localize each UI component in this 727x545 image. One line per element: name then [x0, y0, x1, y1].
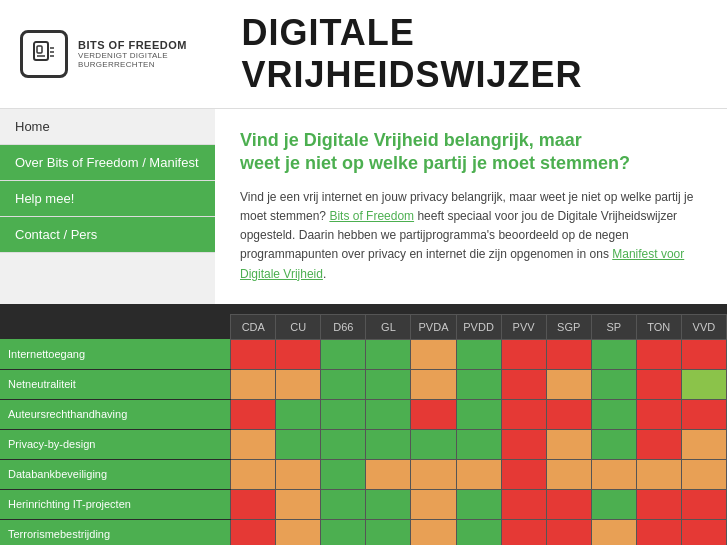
main-layout: Home Over Bits of Freedom / Manifest Hel…: [0, 109, 727, 304]
score-cell: [411, 519, 456, 545]
score-cell: [456, 339, 501, 369]
sidebar-item-helpmee[interactable]: Help mee!: [0, 181, 215, 217]
score-cell: [636, 519, 681, 545]
col-header-sp: SP: [591, 314, 636, 339]
score-cell: [321, 369, 366, 399]
score-cell: [681, 339, 726, 369]
sidebar: Home Over Bits of Freedom / Manifest Hel…: [0, 109, 215, 304]
score-cell: [411, 489, 456, 519]
score-cell: [501, 339, 546, 369]
col-header-cda: CDA: [231, 314, 276, 339]
logo-subtitle: VERDENIGT DIGITALE BURGERRECHTEN: [78, 51, 221, 69]
score-cell: [681, 519, 726, 545]
score-cell: [231, 399, 276, 429]
score-cell: [321, 399, 366, 429]
score-cell: [546, 339, 591, 369]
score-cell: [591, 399, 636, 429]
content-body: Vind je een vrij internet en jouw privac…: [240, 188, 702, 284]
score-cell: [321, 519, 366, 545]
score-cell: [681, 429, 726, 459]
score-cell: [321, 489, 366, 519]
table-row: Herinrichting IT-projecten: [0, 489, 727, 519]
score-cell: [411, 399, 456, 429]
score-cell: [501, 429, 546, 459]
score-cell: [276, 399, 321, 429]
score-cell: [231, 489, 276, 519]
row-label: Databankbeveiliging: [0, 459, 231, 489]
page-title: DIGITALE VRIJHEIDSWIJZER: [241, 12, 707, 96]
score-cell: [501, 489, 546, 519]
score-cell: [681, 489, 726, 519]
table-row: Internettoegang: [0, 339, 727, 369]
score-cell: [231, 459, 276, 489]
score-cell: [276, 519, 321, 545]
score-cell: [456, 429, 501, 459]
score-cell: [366, 399, 411, 429]
col-header-d66: D66: [321, 314, 366, 339]
score-cell: [276, 339, 321, 369]
score-cell: [411, 339, 456, 369]
sidebar-item-over[interactable]: Over Bits of Freedom / Manifest: [0, 145, 215, 181]
table-row: Auteursrechthandhaving: [0, 399, 727, 429]
score-cell: [546, 519, 591, 545]
score-cell: [456, 519, 501, 545]
score-cell: [276, 429, 321, 459]
col-header-pvv: PVV: [501, 314, 546, 339]
score-cell: [636, 399, 681, 429]
row-label: Netneutraliteit: [0, 369, 231, 399]
score-cell: [636, 339, 681, 369]
svg-rect-1: [37, 46, 42, 53]
table-row: Terrorismebestrijding: [0, 519, 727, 545]
score-cell: [411, 369, 456, 399]
table-section: CDA CU D66 GL PVDA PVDD PVV SGP SP TON V…: [0, 304, 727, 545]
logo-icon: [20, 30, 68, 78]
col-header-gl: GL: [366, 314, 411, 339]
content-headline: Vind je Digitale Vrijheid belangrijk, ma…: [240, 129, 702, 176]
col-header-pvda: PVDA: [411, 314, 456, 339]
score-cell: [501, 519, 546, 545]
table-header-empty: [0, 314, 231, 339]
score-cell: [366, 429, 411, 459]
header: BITS OF FREEDOM VERDENIGT DIGITALE BURGE…: [0, 0, 727, 109]
score-cell: [231, 369, 276, 399]
sidebar-item-home[interactable]: Home: [0, 109, 215, 145]
score-cell: [366, 339, 411, 369]
score-cell: [591, 519, 636, 545]
col-header-cu: CU: [276, 314, 321, 339]
content-area: Vind je Digitale Vrijheid belangrijk, ma…: [215, 109, 727, 304]
row-label: Terrorismebestrijding: [0, 519, 231, 545]
score-cell: [456, 489, 501, 519]
svg-rect-0: [34, 42, 48, 60]
score-cell: [636, 459, 681, 489]
sidebar-item-contact[interactable]: Contact / Pers: [0, 217, 215, 253]
score-cell: [456, 459, 501, 489]
score-cell: [501, 369, 546, 399]
score-cell: [501, 459, 546, 489]
score-cell: [231, 519, 276, 545]
score-cell: [321, 429, 366, 459]
score-cell: [591, 369, 636, 399]
score-cell: [411, 429, 456, 459]
score-cell: [636, 489, 681, 519]
score-cell: [276, 489, 321, 519]
col-header-sgp: SGP: [546, 314, 591, 339]
score-cell: [366, 489, 411, 519]
score-cell: [231, 429, 276, 459]
score-cell: [591, 429, 636, 459]
col-header-vvd: VVD: [681, 314, 726, 339]
row-label: Herinrichting IT-projecten: [0, 489, 231, 519]
score-cell: [366, 369, 411, 399]
score-cell: [546, 429, 591, 459]
score-table: CDA CU D66 GL PVDA PVDD PVV SGP SP TON V…: [0, 314, 727, 545]
table-row: Privacy-by-design: [0, 429, 727, 459]
score-cell: [546, 489, 591, 519]
score-cell: [591, 339, 636, 369]
score-cell: [501, 399, 546, 429]
logo-title: BITS OF FREEDOM: [78, 39, 221, 51]
row-label: Privacy-by-design: [0, 429, 231, 459]
bits-freedom-link[interactable]: Bits of Freedom: [329, 209, 414, 223]
score-cell: [681, 399, 726, 429]
score-cell: [366, 519, 411, 545]
score-cell: [411, 459, 456, 489]
score-cell: [456, 369, 501, 399]
